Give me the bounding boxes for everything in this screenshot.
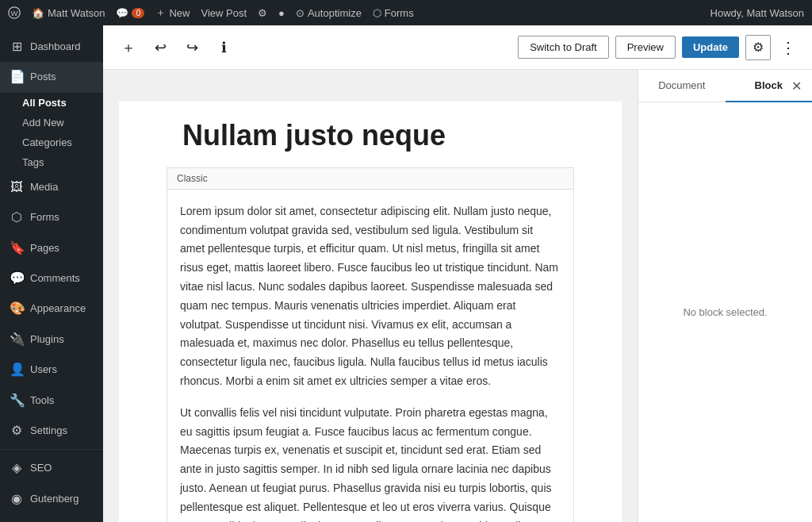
add-block-button[interactable]: ＋ bbox=[116, 35, 141, 60]
admin-bar: W 🏠 Matt Watson 💬 0 ＋ New View Post ⚙ ● … bbox=[0, 0, 812, 25]
sidebar-item-appearance[interactable]: 🎨 Appearance bbox=[0, 294, 103, 324]
editor-post: Nullam justo neque Classic Lorem ipsum d… bbox=[119, 102, 622, 522]
paragraph-2: Ut convallis felis vel nisi tincidunt vu… bbox=[180, 404, 561, 522]
pages-icon: 🔖 bbox=[10, 240, 24, 257]
dashboard-icon: ⊞ bbox=[10, 38, 24, 56]
right-panel-tabs: Document Block ✕ bbox=[638, 70, 812, 102]
sidebar-subitem-categories[interactable]: Categories bbox=[0, 132, 103, 152]
classic-block-label: Classic bbox=[167, 168, 573, 190]
new-content-link[interactable]: ＋ New bbox=[155, 6, 190, 20]
update-button[interactable]: Update bbox=[682, 36, 739, 58]
wp-logo2-link[interactable]: ⚙ bbox=[258, 7, 267, 19]
plus-icon: ＋ bbox=[155, 6, 166, 20]
wp-logo-link[interactable]: W bbox=[8, 6, 21, 19]
classic-block[interactable]: Classic Lorem ipsum dolor sit amet, cons… bbox=[167, 167, 574, 522]
settings-icon: ⚙ bbox=[10, 422, 24, 439]
users-icon: 👤 bbox=[10, 361, 24, 378]
right-panel: Document Block ✕ No block selected. bbox=[638, 70, 812, 522]
autoptimize-icon: ⊙ bbox=[296, 7, 304, 19]
panel-close-button[interactable]: ✕ bbox=[787, 76, 806, 95]
sidebar-item-settings[interactable]: ⚙ Settings bbox=[0, 416, 103, 446]
preview-button[interactable]: Preview bbox=[615, 36, 676, 59]
howdy-label: Howdy, Matt Watson bbox=[710, 7, 804, 19]
sidebar-item-atomic-blocks[interactable]: ⬡ Atomic Blocks bbox=[0, 514, 103, 522]
view-post-link[interactable]: View Post bbox=[201, 7, 247, 19]
main-area: ＋ ↩ ↪ ℹ Switch to Draft Preview Update ⚙… bbox=[103, 25, 812, 522]
sidebar: ⊞ Dashboard 📄 Posts All Posts Add New Ca… bbox=[0, 25, 103, 522]
sidebar-item-tools[interactable]: 🔧 Tools bbox=[0, 386, 103, 416]
sidebar-item-gutenberg[interactable]: ◉ Gutenberg bbox=[0, 484, 103, 514]
sidebar-item-media[interactable]: 🖼 Media bbox=[0, 172, 103, 202]
redo-button[interactable]: ↪ bbox=[179, 35, 205, 60]
sidebar-subitem-add-new[interactable]: Add New bbox=[0, 113, 103, 132]
paragraph-1: Lorem ipsum dolor sit amet, consectetur … bbox=[180, 202, 561, 391]
right-panel-body: No block selected. bbox=[638, 102, 812, 522]
post-title: Nullam justo neque bbox=[119, 102, 622, 167]
sidebar-item-dashboard[interactable]: ⊞ Dashboard bbox=[0, 32, 103, 62]
toolbar-right: Switch to Draft Preview Update ⚙ ⋮ bbox=[518, 35, 799, 60]
editor-body[interactable]: Nullam justo neque Classic Lorem ipsum d… bbox=[103, 70, 638, 522]
undo-button[interactable]: ↩ bbox=[147, 35, 173, 60]
sidebar-subitem-all-posts[interactable]: All Posts bbox=[0, 93, 103, 113]
switch-to-draft-button[interactable]: Switch to Draft bbox=[518, 36, 609, 59]
seo-icon: ◈ bbox=[10, 459, 24, 477]
comment-icon: 💬 bbox=[116, 7, 128, 19]
tools-icon: 🔧 bbox=[10, 392, 24, 409]
sidebar-item-users[interactable]: 👤 Users bbox=[0, 355, 103, 385]
info-button[interactable]: ℹ bbox=[211, 35, 236, 60]
posts-icon: 📄 bbox=[10, 68, 24, 86]
editor-content-area: Nullam justo neque Classic Lorem ipsum d… bbox=[103, 70, 812, 522]
classic-block-content: Lorem ipsum dolor sit amet, consectetur … bbox=[167, 190, 573, 522]
plugins-icon: 🔌 bbox=[10, 331, 24, 348]
wp-icon2: ⚙ bbox=[258, 7, 267, 19]
sidebar-item-forms[interactable]: ⬡ Forms bbox=[0, 202, 103, 232]
sidebar-divider1 bbox=[0, 449, 103, 450]
forms-icon: ⬡ bbox=[373, 7, 381, 19]
sidebar-item-plugins[interactable]: 🔌 Plugins bbox=[0, 324, 103, 355]
comments-link[interactable]: 💬 0 bbox=[116, 7, 144, 19]
sidebar-item-pages[interactable]: 🔖 Pages bbox=[0, 233, 103, 263]
site-name-link[interactable]: 🏠 Matt Watson bbox=[32, 7, 105, 19]
media-icon: 🖼 bbox=[10, 178, 24, 196]
circle-link[interactable]: ● bbox=[278, 7, 285, 19]
sidebar-item-seo[interactable]: ◈ SEO bbox=[0, 453, 103, 483]
settings-gear-button[interactable]: ⚙ bbox=[745, 35, 771, 60]
sidebar-subitem-tags[interactable]: Tags bbox=[0, 152, 103, 172]
home-icon: 🏠 bbox=[32, 7, 44, 19]
gutenberg-icon: ◉ bbox=[10, 490, 24, 508]
autoptimize-link[interactable]: ⊙ Autoptimize bbox=[296, 7, 362, 19]
more-options-button[interactable]: ⋮ bbox=[777, 35, 799, 60]
appearance-icon: 🎨 bbox=[10, 300, 24, 317]
tab-document[interactable]: Document bbox=[638, 70, 726, 102]
forms-sidebar-icon: ⬡ bbox=[10, 209, 24, 226]
no-block-selected-label: No block selected. bbox=[683, 306, 767, 318]
forms-link[interactable]: ⬡ Forms bbox=[373, 7, 414, 19]
sidebar-item-posts[interactable]: 📄 Posts bbox=[0, 62, 103, 92]
comments-sidebar-icon: 💬 bbox=[10, 270, 24, 287]
main-layout: ⊞ Dashboard 📄 Posts All Posts Add New Ca… bbox=[0, 25, 812, 522]
sidebar-item-comments[interactable]: 💬 Comments bbox=[0, 263, 103, 294]
editor-toolbar: ＋ ↩ ↪ ℹ Switch to Draft Preview Update ⚙… bbox=[103, 25, 812, 70]
svg-text:W: W bbox=[10, 9, 18, 17]
